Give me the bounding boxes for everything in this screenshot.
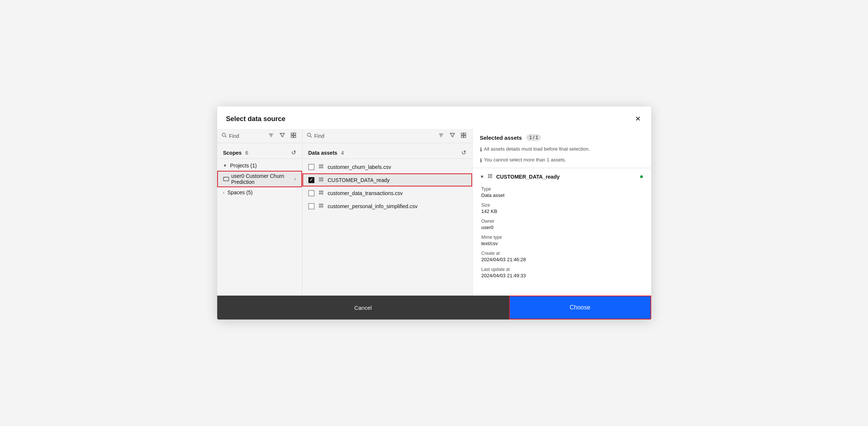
asset-detail-section: ▼ CUSTOMER_DATA_ready ● Type Data asset … xyxy=(473,170,651,284)
data-asset-item-selected[interactable]: ✓ CUSTOMER_DATA_ready xyxy=(302,173,472,186)
scopes-title: Scopes xyxy=(223,150,242,156)
spaces-label: Spaces (5) xyxy=(227,189,296,195)
filter-icon-middle[interactable] xyxy=(448,132,456,140)
size-label: Size xyxy=(481,203,644,208)
mime-value: text/csv xyxy=(481,241,644,246)
svg-point-19 xyxy=(319,164,321,166)
view-icon-middle[interactable] xyxy=(459,132,468,140)
data-asset-item[interactable]: customer_churn_labels.csv xyxy=(302,160,472,173)
asset-name-3: customer_data_transactions.csv xyxy=(328,190,403,196)
detail-owner-row: Owner user0 xyxy=(481,216,644,232)
updated-value: 2024/04/03 21:49:33 xyxy=(481,273,644,278)
projects-label: Projects (1) xyxy=(230,163,296,169)
checkmark-icon: ✓ xyxy=(310,178,313,182)
svg-rect-6 xyxy=(293,133,295,135)
scopes-section-header: Scopes 6 ↺ xyxy=(217,146,302,158)
detail-updated-row: Last update at 2024/04/03 21:49:33 xyxy=(481,265,644,281)
data-checkbox-2[interactable]: ✓ xyxy=(308,177,314,183)
svg-point-33 xyxy=(319,206,321,207)
svg-line-11 xyxy=(310,136,312,138)
svg-rect-8 xyxy=(293,136,295,138)
asset-name-2: CUSTOMER_DATA_ready xyxy=(328,177,390,183)
svg-point-24 xyxy=(321,178,323,179)
modal-body: Find Scopes 6 ↺ xyxy=(217,129,651,296)
mime-label: Mime type xyxy=(481,235,644,240)
search-icon-middle xyxy=(307,133,312,139)
chevron-down-icon-detail: ▼ xyxy=(480,174,484,179)
folder-icon xyxy=(223,176,229,183)
svg-point-38 xyxy=(490,176,492,178)
sort-icon[interactable] xyxy=(267,132,275,140)
data-checkbox-1[interactable] xyxy=(308,164,314,170)
chevron-down-icon: ▼ xyxy=(223,163,227,168)
modal-title: Select data source xyxy=(226,115,286,123)
left-search-area[interactable]: Find xyxy=(222,133,264,139)
scopes-count: 6 xyxy=(245,150,248,156)
updated-label: Last update at xyxy=(481,267,644,272)
detail-grid: Type Data asset Size 142 KB Owner user0 … xyxy=(480,184,644,281)
data-assets-count: 4 xyxy=(341,150,344,156)
info-message-2: ℹ You cannot select more than 1 assets. xyxy=(473,155,651,165)
asset-name-4: customer_personal_info_simplified.csv xyxy=(328,203,418,209)
svg-point-27 xyxy=(319,191,321,192)
svg-point-35 xyxy=(488,174,490,176)
filter-icon[interactable] xyxy=(278,132,286,140)
asset-detail-header: ▼ CUSTOMER_DATA_ready ● xyxy=(480,173,644,180)
selected-assets-badge: 1 / 1 xyxy=(526,134,541,141)
projects-group-header[interactable]: ▼ Projects (1) xyxy=(217,160,302,171)
data-asset-item-4[interactable]: customer_personal_info_simplified.csv xyxy=(302,200,472,213)
refresh-icon[interactable]: ↺ xyxy=(291,149,296,156)
info-text-2: You cannot select more than 1 assets. xyxy=(484,157,566,163)
data-checkbox-4[interactable] xyxy=(308,203,314,209)
svg-point-31 xyxy=(319,204,321,205)
scopes-section: Scopes 6 ↺ ▼ Projects (1) user0 Customer… xyxy=(217,143,302,296)
selected-assets-title: Selected assets xyxy=(480,135,522,141)
size-value: 142 KB xyxy=(481,209,644,214)
refresh-icon-middle[interactable]: ↺ xyxy=(461,149,466,156)
created-value: 2024/04/03 21:46:28 xyxy=(481,257,644,262)
svg-point-23 xyxy=(319,178,321,179)
selected-assets-panel: Selected assets 1 / 1 ℹ All assets detai… xyxy=(473,129,651,296)
sort-icon-middle[interactable] xyxy=(437,132,445,140)
info-message-1: ℹ All assets details must load before fi… xyxy=(473,145,651,154)
svg-point-20 xyxy=(321,164,323,166)
svg-point-22 xyxy=(321,167,323,168)
close-button[interactable]: ✕ xyxy=(634,113,642,124)
svg-point-37 xyxy=(488,176,490,178)
modal-footer: Cancel Choose xyxy=(217,296,651,320)
search-icon xyxy=(222,133,227,139)
svg-point-26 xyxy=(321,180,323,181)
view-icon[interactable] xyxy=(289,132,298,140)
selected-assets-header: Selected assets 1 / 1 xyxy=(473,129,651,145)
svg-rect-15 xyxy=(461,133,463,135)
detail-type-row: Type Data asset xyxy=(481,184,644,200)
modal-header: Select data source ✕ xyxy=(217,106,651,129)
cancel-button[interactable]: Cancel xyxy=(217,296,509,320)
choose-button[interactable]: Choose xyxy=(509,296,651,320)
svg-point-28 xyxy=(321,191,323,192)
info-icon-1: ℹ xyxy=(480,146,482,152)
svg-rect-17 xyxy=(461,136,463,138)
right-panel-divider xyxy=(473,168,651,168)
created-label: Create at xyxy=(481,251,644,256)
asset-icon-4 xyxy=(318,203,324,210)
section-divider xyxy=(217,158,302,159)
spaces-group-header[interactable]: › Spaces (5) xyxy=(217,187,302,198)
detail-size-row: Size 142 KB xyxy=(481,200,644,216)
asset-name-1: customer_churn_labels.csv xyxy=(328,164,391,170)
scopes-panel: Find Scopes 6 ↺ xyxy=(217,129,302,296)
project-name: user0 Customer Churn Prediction xyxy=(231,173,292,185)
info-icon-2: ℹ xyxy=(480,157,482,163)
data-checkbox-3[interactable] xyxy=(308,190,314,196)
svg-point-0 xyxy=(222,133,225,136)
svg-point-21 xyxy=(319,167,321,168)
detail-created-row: Create at 2024/04/03 21:46:28 xyxy=(481,248,644,265)
middle-search-label: Find xyxy=(314,133,324,139)
data-asset-item-3[interactable]: customer_data_transactions.csv xyxy=(302,186,472,200)
middle-search-area[interactable]: Find xyxy=(307,133,434,139)
owner-label: Owner xyxy=(481,219,644,224)
project-item[interactable]: user0 Customer Churn Prediction › xyxy=(217,171,302,187)
asset-icon-3 xyxy=(318,189,324,197)
info-text-1: All assets details must load before fina… xyxy=(484,146,590,152)
svg-point-34 xyxy=(321,206,323,207)
